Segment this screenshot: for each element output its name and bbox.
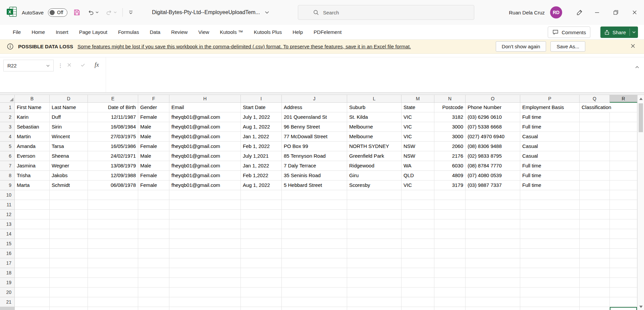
cell-R12[interactable] <box>610 210 637 219</box>
cell-E9[interactable]: 06/08/1978 <box>88 180 138 190</box>
cell-M16[interactable] <box>401 249 434 258</box>
cell-H14[interactable] <box>169 229 241 239</box>
cell-B3[interactable]: Sebastian <box>15 122 50 132</box>
tab-view[interactable]: View <box>193 25 214 39</box>
cell-P19[interactable] <box>520 278 580 288</box>
cell-H19[interactable] <box>169 278 241 288</box>
cell-D16[interactable] <box>50 249 88 258</box>
vertical-scrollbar[interactable] <box>637 95 644 310</box>
cell-D15[interactable] <box>50 239 88 249</box>
cell-I2[interactable]: July 1, 2022 <box>241 112 282 122</box>
row-header-9[interactable]: 9 <box>0 180 15 190</box>
column-header-P[interactable]: P <box>520 95 580 103</box>
cell-P21[interactable] <box>520 297 580 307</box>
cell-F9[interactable]: Female <box>138 180 169 190</box>
cell-P6[interactable]: Casual <box>520 151 580 161</box>
undo-button[interactable] <box>86 8 100 17</box>
cell-M7[interactable]: WA <box>401 161 434 171</box>
cell-R21[interactable] <box>610 297 637 307</box>
cell-L4[interactable]: Melbourne <box>347 132 401 142</box>
column-header-H[interactable]: H <box>169 95 241 103</box>
cell-F19[interactable] <box>138 278 169 288</box>
ink-button[interactable] <box>572 0 588 25</box>
column-header-D[interactable]: D <box>50 95 88 103</box>
cell-Q4[interactable] <box>580 132 610 142</box>
cell-J8[interactable]: 35 Seninis Road <box>282 171 347 180</box>
tab-file[interactable]: File <box>7 25 26 39</box>
cell-N11[interactable] <box>434 200 466 210</box>
cell-N18[interactable] <box>434 268 466 278</box>
cell-I10[interactable] <box>241 190 282 200</box>
cell-R14[interactable] <box>610 229 637 239</box>
cell-N7[interactable]: 6030 <box>434 161 466 171</box>
warning-message-link[interactable]: Some features might be lost if you save … <box>77 44 411 49</box>
cell-D17[interactable] <box>50 258 88 268</box>
row-header-17[interactable]: 17 <box>0 258 15 268</box>
cell-D12[interactable] <box>50 210 88 219</box>
cell-I16[interactable] <box>241 249 282 258</box>
cell-D6[interactable]: Sheena <box>50 151 88 161</box>
cell-B11[interactable] <box>15 200 50 210</box>
cell-D13[interactable] <box>50 219 88 229</box>
cell-F11[interactable] <box>138 200 169 210</box>
cell-J18[interactable] <box>282 268 347 278</box>
cell-R13[interactable] <box>610 219 637 229</box>
cell-L15[interactable] <box>347 239 401 249</box>
cell-M9[interactable]: VIC <box>401 180 434 190</box>
cell-H17[interactable] <box>169 258 241 268</box>
tab-data[interactable]: Data <box>144 25 166 39</box>
cell-P9[interactable]: Full time <box>520 180 580 190</box>
cell-O17[interactable] <box>466 258 520 268</box>
cell-Q16[interactable] <box>580 249 610 258</box>
cell-L18[interactable] <box>347 268 401 278</box>
cell-F5[interactable]: Female <box>138 142 169 151</box>
cell-E4[interactable]: 27/03/1975 <box>88 132 138 142</box>
cell-F18[interactable] <box>138 268 169 278</box>
tab-review[interactable]: Review <box>166 25 193 39</box>
cell-P13[interactable] <box>520 219 580 229</box>
cell-R17[interactable] <box>610 258 637 268</box>
cell-N6[interactable]: 2176 <box>434 151 466 161</box>
cell-Q2[interactable] <box>580 112 610 122</box>
cell-E12[interactable] <box>88 210 138 219</box>
customize-toolbar-button[interactable] <box>127 9 135 16</box>
row-header-16[interactable]: 16 <box>0 249 15 258</box>
cell-R8[interactable] <box>610 171 637 180</box>
cell-N2[interactable]: 3182 <box>434 112 466 122</box>
cell-B16[interactable] <box>15 249 50 258</box>
cell-H18[interactable] <box>169 268 241 278</box>
cell-E1[interactable]: Date of Birth <box>88 103 138 112</box>
cell-F12[interactable] <box>138 210 169 219</box>
cell-Q12[interactable] <box>580 210 610 219</box>
cell-I5[interactable]: Feb 1, 2022 <box>241 142 282 151</box>
cell-M3[interactable]: VIC <box>401 122 434 132</box>
cell-N9[interactable]: 3179 <box>434 180 466 190</box>
cell-L17[interactable] <box>347 258 401 268</box>
row-header-18[interactable]: 18 <box>0 268 15 278</box>
cell-Q6[interactable] <box>580 151 610 161</box>
cell-H9[interactable]: fheyqb01@gmail.com <box>169 180 241 190</box>
cell-N1[interactable]: Postcode <box>434 103 466 112</box>
cell-E7[interactable]: 13/08/1979 <box>88 161 138 171</box>
cell-R22[interactable] <box>610 307 637 310</box>
cell-Q11[interactable] <box>580 200 610 210</box>
cell-O14[interactable] <box>466 229 520 239</box>
cell-E8[interactable]: 12/09/1988 <box>88 171 138 180</box>
cell-B14[interactable] <box>15 229 50 239</box>
cell-H12[interactable] <box>169 210 241 219</box>
cell-D5[interactable]: Tarsa <box>50 142 88 151</box>
cell-P2[interactable]: Full time <box>520 112 580 122</box>
insert-function-button[interactable]: fx <box>95 61 99 68</box>
cell-O2[interactable]: (03) 6296 0610 <box>466 112 520 122</box>
cell-E11[interactable] <box>88 200 138 210</box>
cell-O1[interactable]: Phone Number <box>466 103 520 112</box>
column-header-E[interactable]: E <box>88 95 138 103</box>
cell-P5[interactable]: Casual <box>520 142 580 151</box>
formula-bar-handle-icon[interactable]: ⋮ <box>58 62 63 69</box>
cell-L6[interactable]: Greenfield Park <box>347 151 401 161</box>
cell-D9[interactable]: Schmidt <box>50 180 88 190</box>
cell-M8[interactable]: QLD <box>401 171 434 180</box>
cell-D7[interactable]: Wegner <box>50 161 88 171</box>
cell-B8[interactable]: Trisha <box>15 171 50 180</box>
column-header-F[interactable]: F <box>138 95 169 103</box>
